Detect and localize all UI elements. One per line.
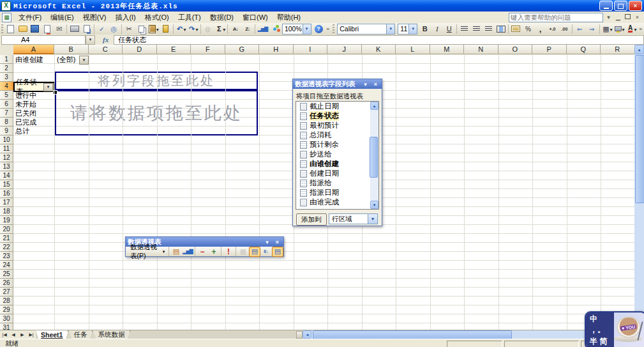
first-sheet-icon[interactable]: |◀	[0, 330, 9, 339]
field-item-9[interactable]: 指派给	[296, 178, 378, 188]
menu-item-7[interactable]: 数据(D)	[206, 12, 238, 22]
field-list-scroll-thumb[interactable]	[370, 137, 378, 178]
cut-button[interactable]	[123, 23, 135, 35]
open-button[interactable]	[17, 23, 29, 35]
add-to-button[interactable]: 添加到	[296, 213, 327, 226]
column-header-I[interactable]: I	[294, 45, 328, 54]
new-button[interactable]	[4, 23, 17, 35]
align-center-button[interactable]	[470, 23, 483, 35]
scroll-left-icon[interactable]: ◂	[303, 330, 311, 339]
previous-sheet-icon[interactable]: ◀	[9, 330, 18, 339]
name-box[interactable]: A4	[1, 35, 86, 45]
increase-decimal-button[interactable]	[546, 23, 558, 35]
column-header-J[interactable]: J	[327, 45, 362, 54]
show-field-list-button[interactable]	[272, 247, 283, 257]
scroll-up-icon[interactable]: ▴	[634, 45, 644, 54]
next-sheet-icon[interactable]: ▶	[18, 330, 27, 339]
vertical-scroll-thumb[interactable]	[635, 55, 644, 203]
column-header-E[interactable]: E	[157, 45, 191, 54]
row-header-8[interactable]: 8	[0, 118, 13, 127]
row-header-5[interactable]: 5	[0, 91, 13, 100]
row-header-1[interactable]: 1	[0, 55, 13, 64]
bold-button[interactable]	[419, 23, 431, 35]
underline-button[interactable]	[443, 23, 455, 35]
comma-button[interactable]	[534, 23, 546, 35]
print-button[interactable]	[68, 23, 80, 35]
column-header-C[interactable]: C	[89, 45, 123, 54]
hyperlink-button[interactable]	[202, 23, 214, 35]
always-display-items-button[interactable]	[249, 247, 260, 257]
field-item-7[interactable]: 由谁创建	[296, 159, 378, 169]
row-header-21[interactable]: 21	[0, 234, 13, 243]
pivot-toolbar-close-icon[interactable]: ×	[273, 238, 281, 246]
row-header-23[interactable]: 23	[0, 252, 13, 261]
column-header-A[interactable]: A	[13, 45, 54, 54]
workbook-close-button[interactable]: ×	[633, 14, 641, 20]
area-select[interactable]: 行区域 ▾	[329, 213, 378, 224]
dropdown-arrow-icon[interactable]	[611, 25, 613, 33]
minimize-button[interactable]	[599, 1, 613, 11]
column-header-L[interactable]: L	[396, 45, 430, 54]
field-item-10[interactable]: 指派日期	[296, 188, 378, 197]
vertical-scrollbar[interactable]: ▴ ▾	[634, 45, 644, 330]
spelling-button[interactable]	[96, 23, 108, 35]
field-settings-button[interactable]	[260, 247, 272, 257]
row-header-6[interactable]: 6	[0, 100, 13, 109]
dropdown-arrow-icon[interactable]	[196, 25, 198, 33]
field-item-6[interactable]: 抄送给	[296, 150, 378, 159]
zoom-dropdown-icon[interactable]: ▾	[303, 24, 311, 34]
row-header-3[interactable]: 3	[0, 73, 13, 82]
save-button[interactable]	[29, 23, 41, 35]
close-button[interactable]: ×	[629, 1, 642, 11]
email-button[interactable]	[53, 23, 65, 35]
menu-item-6[interactable]: 工具(T)	[174, 12, 206, 22]
row-header-4[interactable]: 4	[0, 82, 13, 91]
column-header-R[interactable]: R	[601, 45, 635, 54]
print-preview-button[interactable]	[80, 23, 93, 35]
column-header-N[interactable]: N	[464, 45, 498, 54]
dropdown-arrow-icon[interactable]	[623, 25, 625, 33]
format-report-button[interactable]	[170, 247, 182, 257]
ime-mode-row1[interactable]: 中 ，。	[590, 314, 614, 335]
dropdown-arrow-icon[interactable]	[635, 25, 637, 33]
row-header-7[interactable]: 7	[0, 109, 13, 118]
row-header-25[interactable]: 25	[0, 270, 13, 279]
column-header-D[interactable]: D	[123, 45, 157, 54]
field-item-4[interactable]: 总消耗	[296, 130, 378, 140]
menu-item-1[interactable]: 文件(F)	[14, 12, 46, 22]
column-header-K[interactable]: K	[362, 45, 396, 54]
size-dropdown-icon[interactable]: ▾	[408, 24, 417, 34]
hide-detail-button[interactable]	[197, 247, 208, 257]
undo-button[interactable]	[175, 23, 187, 35]
help-button[interactable]: ?	[313, 23, 325, 35]
tab-split-handle[interactable]	[296, 331, 303, 339]
row-header-18[interactable]: 18	[0, 207, 13, 216]
research-button[interactable]	[108, 23, 120, 35]
cell-A6[interactable]: 未开始	[14, 100, 36, 109]
paste-button[interactable]	[147, 23, 160, 35]
field-list-title-bar[interactable]: 数据透视表字段列表 ▾ ×	[293, 79, 382, 89]
currency-button[interactable]	[510, 23, 522, 35]
redo-button[interactable]	[187, 23, 199, 35]
row-header-27[interactable]: 27	[0, 288, 13, 297]
font-name-combo[interactable]: Calibri ▾	[337, 24, 395, 35]
row-header-19[interactable]: 19	[0, 216, 13, 225]
align-right-button[interactable]	[483, 23, 495, 35]
row-header-29[interactable]: 29	[0, 305, 13, 314]
cell-B1-page-value[interactable]: (全部)	[56, 55, 75, 64]
font-color-button[interactable]	[625, 23, 638, 35]
row-header-11[interactable]: 11	[0, 144, 13, 153]
row-header-17[interactable]: 17	[0, 198, 13, 207]
horizontal-scroll-thumb[interactable]	[313, 330, 512, 339]
column-header-G[interactable]: G	[225, 45, 260, 54]
menu-item-5[interactable]: 格式(O)	[140, 12, 174, 22]
format-painter-button[interactable]	[160, 23, 172, 35]
field-list-menu-dropdown-icon[interactable]: ▾	[361, 81, 370, 88]
area-select-dropdown-icon[interactable]: ▾	[368, 214, 377, 224]
zoom-combo[interactable]: 100% ▾	[282, 24, 311, 35]
align-left-button[interactable]	[458, 23, 470, 35]
help-dropdown-icon[interactable]: ▾	[604, 14, 613, 20]
sort-desc-button[interactable]	[241, 23, 253, 35]
sheet-tab-1[interactable]: Sheet1	[36, 330, 68, 339]
chart-wizard-button[interactable]	[257, 23, 269, 35]
